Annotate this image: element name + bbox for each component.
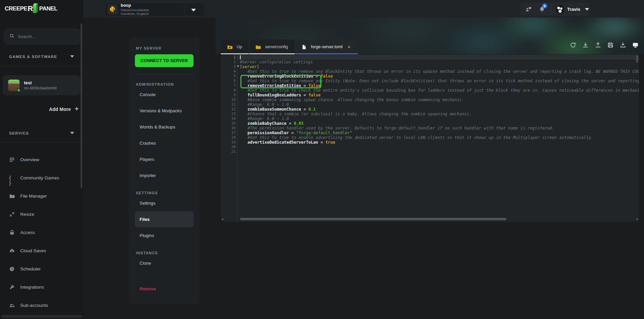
scroll-left-arrow-icon[interactable]: [222, 218, 223, 221]
nav-item-players[interactable]: Players: [135, 151, 194, 167]
scrollbar-thumb[interactable]: [240, 218, 506, 220]
nav-item-plugins[interactable]: Plugins: [135, 227, 194, 243]
tab-underline: [295, 53, 358, 54]
nav-item-crashes[interactable]: Crashes: [135, 135, 194, 151]
gutter-separator: [237, 54, 237, 222]
sidebar-scrollbar-horizontal[interactable]: [1, 315, 82, 318]
sidebar-item-community-games[interactable]: { }Community Games: [0, 169, 83, 187]
nav-item-settings[interactable]: Settings: [135, 195, 194, 211]
refresh-icon[interactable]: [570, 42, 577, 49]
download-icon[interactable]: [582, 42, 589, 49]
code-line-3: [server]: [240, 64, 639, 69]
sidebar-item-label: File Manager: [20, 194, 47, 199]
editor-scrollbar-vertical[interactable]: [636, 55, 638, 63]
members-icon[interactable]: [525, 6, 532, 13]
scroll-right-arrow-icon[interactable]: [637, 218, 638, 221]
active-line-highlight: [237, 55, 639, 60]
sidebar-item-sub-accounts[interactable]: Sub-accounts: [0, 296, 83, 314]
divider: [0, 142, 83, 143]
line-number: 7: [221, 83, 236, 88]
topbar: CREEPER PANEL boop FlameChocolateBat Gra…: [0, 0, 644, 18]
nav-item-clone[interactable]: Clone: [135, 255, 194, 271]
sidebar-scrollbar-vertical[interactable]: [81, 23, 82, 188]
code-line-15: zombieBabyChance = 0.05: [240, 121, 639, 126]
clock-icon: [9, 266, 15, 272]
editor-scrollbar-horizontal[interactable]: [222, 218, 638, 221]
upload-icon[interactable]: [595, 42, 602, 49]
sidebar-item-resize[interactable]: Resize: [0, 205, 83, 223]
folder-up-icon: [227, 44, 233, 50]
nav-group-header-instance: INSTANCE: [135, 251, 194, 255]
sidebar-item-label: Resize: [20, 212, 34, 217]
notification-badge: 8: [542, 3, 547, 8]
logo[interactable]: CREEPER PANEL: [0, 0, 83, 18]
logo-text-creeper: CREEPE: [5, 5, 27, 12]
sidebar-item-label: Overview: [20, 157, 39, 162]
code-line-7: removeErroringEntities = false: [240, 83, 639, 88]
file-tab-label: forge-server.toml: [311, 45, 343, 49]
creeper-icon: [33, 3, 38, 14]
nav-item-importer[interactable]: Importer: [135, 167, 194, 183]
save-icon[interactable]: [607, 42, 614, 49]
bell-icon[interactable]: 8: [539, 6, 546, 13]
sidebar-item-access[interactable]: Access: [0, 223, 83, 241]
nav-item-versions-modpacks[interactable]: Versions & Modpacks: [135, 103, 194, 119]
folder-icon: [9, 193, 15, 199]
code-line-6: #Set this to true to remove any Entity (…: [240, 79, 639, 83]
nav-item-console[interactable]: Console: [135, 86, 194, 103]
grid-icon: [9, 157, 15, 163]
export-icon[interactable]: [620, 42, 626, 49]
server-card-name: test: [24, 81, 57, 85]
sidebar-item-scheduler[interactable]: Scheduler: [0, 260, 83, 278]
line-number: 6: [221, 79, 236, 83]
line-number: 16: [221, 126, 236, 130]
file-tab-serverconfig[interactable]: serverconfig: [249, 39, 295, 54]
cloud-up-icon: [9, 248, 15, 254]
chevron-down-icon[interactable]: [70, 55, 74, 58]
line-number: 12: [221, 107, 236, 112]
tab-underline: [221, 53, 249, 54]
avatar[interactable]: [556, 5, 564, 14]
code-line-16: #The permission handler used by the serv…: [240, 126, 639, 130]
sidebar-item-label: Community Games: [20, 175, 59, 180]
chevron-down-icon[interactable]: [70, 132, 74, 134]
server-select-dropdown[interactable]: boop FlameChocolateBat Grantham, England: [105, 3, 204, 16]
nav-item-files[interactable]: Files: [135, 211, 194, 227]
sidebar-item-label: Scheduler: [20, 266, 41, 271]
server-card-test[interactable]: test mc-6839c6aa0cb9d: [3, 75, 81, 95]
nav-item-worlds-backups[interactable]: Worlds & Backups: [135, 119, 194, 135]
file-icon: [301, 44, 307, 50]
line-number: 15: [221, 121, 236, 126]
file-tab-label: serverconfig: [265, 45, 288, 49]
file-tab-forge-server-toml[interactable]: forge-server.toml✕: [295, 39, 358, 54]
user-cluster: 8 Travis: [520, 3, 589, 16]
code-line-12: zombieBaseSummonChance = 0.1: [240, 107, 639, 112]
connect-to-server-button[interactable]: CONNECT TO SERVER: [135, 54, 194, 67]
code-line-14: #Range: 0.0 ~ 1.0: [240, 116, 639, 121]
nav-item-remove[interactable]: Remove: [135, 281, 194, 297]
line-number: 8: [221, 88, 236, 93]
code-editor[interactable]: 12#Server configuration settings3[server…: [221, 54, 639, 222]
file-tab-up[interactable]: Up: [221, 39, 249, 54]
code-line-18: #Set this to true to enable advertising …: [240, 135, 639, 140]
code-line-13: #Chance that a zombie (or subclass) is a…: [240, 112, 639, 116]
sidebar-item-cloud-saves[interactable]: Cloud Saves: [0, 241, 83, 260]
sidebar-item-integrations[interactable]: Integrations: [0, 278, 83, 296]
close-tab-icon[interactable]: ✕: [347, 45, 351, 49]
sidebar-item-file-manager[interactable]: File Manager: [0, 187, 83, 205]
divider: [135, 75, 194, 75]
line-number: 4: [221, 69, 236, 74]
logo-text-r: R: [28, 4, 33, 13]
text-cursor: [240, 55, 241, 59]
search-box[interactable]: [4, 29, 80, 45]
add-more-button[interactable]: Add More: [49, 106, 79, 112]
line-number: 13: [221, 112, 236, 116]
chevron-down-icon[interactable]: [585, 8, 589, 10]
code-line-9: fullBoundingBoxLadders = false: [240, 93, 639, 97]
folder-icon: [255, 44, 261, 50]
display-icon[interactable]: [632, 42, 639, 49]
server-avatar: [108, 4, 118, 14]
chevron-down-icon[interactable]: [191, 9, 196, 11]
sidebar-item-overview[interactable]: Overview: [0, 150, 83, 169]
search-input[interactable]: [18, 34, 68, 39]
